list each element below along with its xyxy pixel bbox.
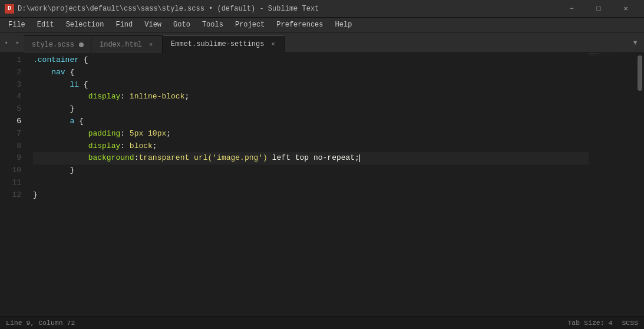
scrollbar-thumb[interactable] [638, 55, 642, 91]
line-number: 10 [0, 164, 21, 177]
code-line: display: inline-block; [33, 91, 589, 103]
line-number: 2 [0, 67, 21, 79]
menu-bar: FileEditSelectionFindViewGotoToolsProjec… [0, 18, 644, 32]
code-line: padding: 5px 10px; [33, 128, 589, 140]
tab-label: style.scss [32, 41, 74, 49]
minimap [589, 53, 636, 316]
tab-arrow-left[interactable]: ◂ [0, 32, 12, 52]
line-number: 5 [0, 103, 21, 116]
line-number: 8 [0, 140, 21, 153]
menu-item-file[interactable]: File [2, 18, 31, 32]
tab-dirty-indicator [79, 42, 84, 47]
tab-arrow-right[interactable]: ▸ [12, 32, 24, 52]
code-line: display: block; [33, 140, 589, 153]
close-button[interactable]: ✕ [612, 0, 639, 18]
line-number: 7 [0, 128, 21, 140]
line-number: 12 [0, 189, 21, 202]
status-right: Tab Size: 4 SCSS [567, 319, 638, 327]
status-left: Line 9, Column 72 [6, 319, 75, 327]
line-numbers: 123456789101112 [0, 53, 28, 316]
status-bar: Line 9, Column 72 Tab Size: 4 SCSS [0, 316, 644, 329]
cursor-position: Line 9, Column 72 [6, 319, 75, 327]
maximize-button[interactable]: □ [585, 0, 612, 18]
code-line: li { [33, 79, 589, 91]
line-number: 4 [0, 91, 21, 103]
tab-dropdown-button[interactable]: ▾ [626, 32, 644, 52]
menu-item-tools[interactable]: Tools [196, 18, 229, 32]
menu-item-goto[interactable]: Goto [167, 18, 196, 32]
window-controls: − □ ✕ [558, 0, 639, 18]
menu-item-edit[interactable]: Edit [31, 18, 60, 32]
tab-0[interactable]: style.scss [24, 35, 91, 53]
code-line: background:transparent url('image.png') … [33, 152, 589, 164]
tab-bar: ◂ ▸ style.scssindex.html×Emmet.sublime-s… [0, 32, 644, 53]
tab-label: Emmet.sublime-settings [171, 40, 264, 48]
code-line: .container { [33, 54, 589, 67]
code-line: nav { [33, 67, 589, 79]
window-title: D:\work\projects\default\css\sass\style.… [18, 5, 558, 13]
code-area[interactable]: .container { nav { li { display: inline-… [28, 53, 589, 316]
menu-item-project[interactable]: Project [229, 18, 270, 32]
app-icon: D [5, 4, 14, 14]
code-line: } [33, 164, 589, 177]
menu-item-help[interactable]: Help [329, 18, 358, 32]
code-line: a { [33, 116, 589, 128]
tab-close-button[interactable]: × [269, 40, 277, 48]
line-number: 3 [0, 79, 21, 91]
tab-scroll-arrows: ◂ ▸ [0, 32, 24, 52]
line-number: 9 [0, 152, 21, 164]
menu-item-preferences[interactable]: Preferences [270, 18, 329, 32]
tab-label: index.html [100, 41, 142, 49]
code-line: } [33, 189, 589, 202]
line-number: 1 [0, 54, 21, 67]
code-line: } [33, 103, 589, 116]
menu-item-selection[interactable]: Selection [60, 18, 110, 32]
syntax-label[interactable]: SCSS [622, 319, 638, 327]
code-line [33, 177, 589, 189]
tab-close-button[interactable]: × [147, 41, 155, 49]
vertical-scrollbar[interactable] [636, 53, 644, 316]
menu-item-find[interactable]: Find [110, 18, 138, 32]
menu-item-view[interactable]: View [138, 18, 167, 32]
title-bar: D D:\work\projects\default\css\sass\styl… [0, 0, 644, 18]
editor-container: 123456789101112 .container { nav { li { … [0, 53, 644, 316]
minimize-button[interactable]: − [558, 0, 585, 18]
line-number: 6 [0, 116, 21, 128]
minimap-content [589, 53, 636, 57]
tab-1[interactable]: index.html× [91, 35, 163, 53]
tab-size[interactable]: Tab Size: 4 [567, 319, 612, 327]
tab-2[interactable]: Emmet.sublime-settings× [163, 35, 285, 53]
line-number: 11 [0, 177, 21, 189]
